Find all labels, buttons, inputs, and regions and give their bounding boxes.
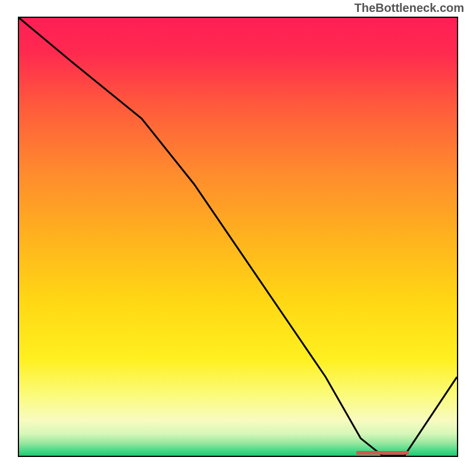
plot-area <box>18 17 458 457</box>
curve-layer <box>19 18 457 456</box>
chart-container: TheBottleneck.com <box>0 0 476 476</box>
optimal-range-marker <box>356 451 409 455</box>
bottleneck-curve <box>19 18 457 456</box>
watermark-text: TheBottleneck.com <box>355 1 464 15</box>
